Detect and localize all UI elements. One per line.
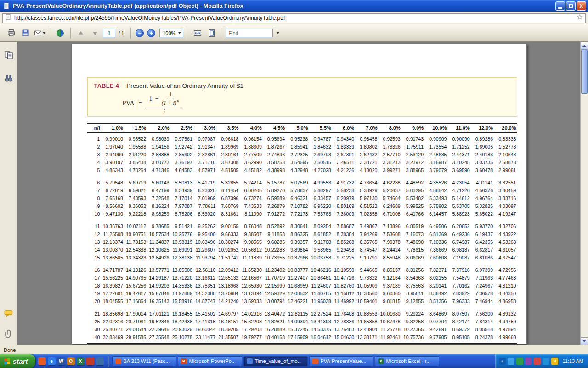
pva-value-cell: 3.62990 [239,159,262,167]
row-period: 6 [87,174,101,187]
media-player-icon[interactable] [86,357,94,365]
attachments-panel-icon[interactable] [3,328,15,339]
pva-value-cell: 5.97130 [355,195,378,202]
pva-value-cell: 0.91743 [401,133,424,143]
hidden-icons-chevron[interactable]: « [499,358,506,365]
outlook-icon[interactable]: O [67,357,75,365]
pva-value-cell: 17.01121 [147,305,170,318]
pva-value-cell: 5.07569 [286,174,309,187]
url-field[interactable] [2,13,586,23]
pva-value-cell: 5.33493 [424,195,447,202]
maximize-button[interactable] [566,1,576,11]
pva-value-cell: 10.82760 [332,282,355,290]
pva-value-cell: 6.80169 [332,202,355,210]
pva-value-cell: 11.34837 [147,238,170,246]
pva-value-cell: 9.77905 [424,334,447,343]
pva-value-cell: 4.86842 [424,187,447,195]
email-button[interactable] [33,27,46,40]
table-row: 1917.2260116.4261715.6784614.9788914.323… [87,290,517,298]
table-column-header: 3.5% [216,123,239,133]
taskbar-button[interactable]: BA 213 W11 (Pasc... [112,356,176,367]
zoom-dropdown-arrow [178,32,181,34]
picture-tasks-button[interactable] [54,27,67,40]
next-page-button[interactable] [89,27,102,40]
taskbar-button[interactable]: XMicrosoft Excel - r... [375,356,439,367]
pva-value-cell: 3.32551 [494,174,517,187]
pva-value-cell: 5.99525 [401,202,424,210]
pva-value-cell: 0.98522 [124,133,147,143]
tray-shield-icon[interactable] [516,358,523,365]
word-icon[interactable]: W [57,357,65,365]
pva-value-cell: 8.02155 [424,274,447,282]
excel-icon[interactable]: X [77,357,85,365]
find-input[interactable] [228,30,271,36]
tray-display-icon[interactable] [508,358,514,365]
powerpoint-icon: P [181,358,187,364]
tray-volume-icon[interactable] [525,358,532,365]
search-panel-icon[interactable] [3,72,15,84]
pva-value-cell: 9.82258 [401,318,424,326]
pva-value-cell: 2.40183 [471,151,494,159]
start-button[interactable]: start [0,354,35,368]
table-column-header: 2.5% [170,123,193,133]
pva-value-cell: 10.47726 [332,274,355,282]
taskbar-button[interactable]: PVA-PresentValue... [309,356,373,367]
row-period: 14 [87,246,101,254]
show-desktop-icon[interactable] [96,357,104,365]
firefox-icon[interactable] [38,357,46,365]
pva-value-cell: 8.56602 [101,202,124,210]
pva-value-cell: 16.04612 [309,334,332,343]
taskbar-button[interactable]: Time_value_of_mo... [243,356,308,367]
find-box[interactable] [226,29,273,37]
desktop-screen: PVA-PresentValueOrdinaryAnnuityTable.pdf… [0,0,588,368]
pva-value-cell: 1.78326 [378,143,401,151]
zoom-select[interactable]: 100% [159,29,183,37]
pva-value-cell: 15.67846 [147,290,170,298]
pva-value-cell: 19.60044 [193,326,216,334]
pva-value-cell: 4.89132 [494,305,517,318]
bookmark-star-icon[interactable] [577,14,583,22]
pva-value-cell: 12.38138 [170,254,193,262]
pva-value-cell: 7.11963 [471,274,494,282]
close-button[interactable]: X [577,1,586,11]
pva-value-cell: 13.40472 [263,305,286,318]
print-button[interactable] [5,27,17,40]
pva-value-cell: 16.42617 [124,290,147,298]
previous-page-button[interactable] [74,27,87,40]
comments-panel-icon[interactable] [3,307,15,319]
scroll-up-button[interactable] [581,42,588,50]
pva-value-cell: 10.59401 [355,298,378,305]
tray-messenger-icon[interactable] [543,358,549,365]
row-period: 3 [87,151,101,159]
url-input[interactable] [14,15,574,21]
zoom-out-button[interactable]: − [136,29,144,37]
pva-value-cell: 11.60765 [309,290,332,298]
scrollbar-thumb[interactable] [581,50,588,94]
pva-value-cell: 13.33171 [355,334,378,343]
scroll-down-button[interactable] [581,337,588,345]
internet-explorer-icon[interactable]: e [48,357,56,365]
pva-value-cell: 1.69005 [471,143,494,151]
row-period: 16 [87,262,101,274]
vertical-scrollbar[interactable] [580,42,588,345]
pdf-sidebar [0,42,17,345]
fit-page-button[interactable] [205,27,218,40]
zoom-in-button[interactable]: + [147,29,155,37]
pva-value-cell: 2.10648 [494,151,517,159]
pva-value-cell: 8.20141 [424,282,447,290]
pages-panel-icon[interactable] [3,49,15,61]
save-button[interactable] [19,27,32,40]
table-row: 1110.3676310.071129.786859.514219.252629… [87,218,517,230]
minimize-button[interactable] [555,1,565,11]
pva-value-cell: 4.67547 [494,254,517,262]
inner-numerator: 1 [169,91,172,98]
tray-alert-icon[interactable] [534,358,541,365]
pva-value-cell: 8.85268 [332,238,355,246]
page-number-input[interactable] [103,29,115,37]
taskbar-button[interactable]: PMicrosoft PowerPo... [178,356,242,367]
tray-norton-icon[interactable]: N [551,358,558,365]
fit-width-button[interactable] [191,27,204,40]
window-titlebar[interactable]: PVA-PresentValueOrdinaryAnnuityTable.pdf… [0,0,588,12]
pva-value-cell: 9.00155 [216,218,239,230]
find-dropdown-button[interactable] [274,29,281,37]
